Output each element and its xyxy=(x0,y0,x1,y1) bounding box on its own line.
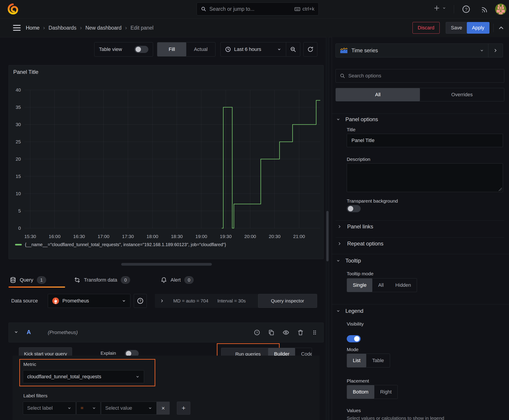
placement-right-option[interactable]: Right xyxy=(374,385,397,399)
tab-query[interactable]: Query 1 xyxy=(10,274,46,286)
panel-links-header[interactable]: Panel links xyxy=(337,224,373,230)
transparent-background-label: Transparent background xyxy=(347,198,398,204)
new-item-button[interactable] xyxy=(433,5,446,11)
tab-alert[interactable]: Alert 0 xyxy=(161,274,194,286)
metric-select[interactable]: cloudflared_tunnel_total_requests xyxy=(23,370,144,383)
tooltip-mode-label: Tooltip mode xyxy=(347,271,373,276)
svg-text:18:00: 18:00 xyxy=(146,234,159,239)
tooltip-header[interactable]: Tooltip xyxy=(336,258,361,264)
metric-value: cloudflared_tunnel_total_requests xyxy=(27,374,132,380)
search-placeholder: Search or jump to... xyxy=(209,6,291,12)
filter-all-option[interactable]: All xyxy=(336,88,420,101)
datasource-help-button[interactable]: ? xyxy=(134,294,147,308)
delete-query-icon[interactable] xyxy=(297,329,304,336)
transparent-background-toggle[interactable] xyxy=(347,205,361,212)
legend-table-option[interactable]: Table xyxy=(366,354,390,367)
tooltip-all-option[interactable]: All xyxy=(372,278,389,292)
query-ref-id[interactable]: A xyxy=(27,329,31,336)
bell-icon xyxy=(161,277,167,283)
transform-icon xyxy=(74,277,80,283)
collapse-options-button[interactable] xyxy=(488,44,503,57)
time-range-picker[interactable]: Last 6 hours xyxy=(220,46,286,52)
legend-values-hint: Select values or calculations to show in… xyxy=(347,415,444,420)
refresh-button[interactable] xyxy=(304,42,317,57)
fill-option[interactable]: Fill xyxy=(157,42,186,56)
menu-toggle-button[interactable] xyxy=(13,25,21,31)
legend-values-label: Values xyxy=(347,408,361,413)
time-series-chart[interactable]: 051015202530354015:3016:0016:3017:0017:3… xyxy=(11,78,322,248)
legend-mode-switch: List Table xyxy=(347,354,390,368)
section-divider xyxy=(332,113,509,114)
svg-text:15: 15 xyxy=(16,174,21,179)
breadcrumb-bar: Home › Dashboards › New dashboard › Edit… xyxy=(0,19,509,38)
tab-query-count: 1 xyxy=(37,276,46,284)
breadcrumb-new-dashboard[interactable]: New dashboard xyxy=(85,25,122,31)
duplicate-query-icon[interactable] xyxy=(268,329,274,336)
panel-options-header[interactable]: Panel options xyxy=(336,116,378,122)
placement-bottom-option[interactable]: Bottom xyxy=(347,385,374,399)
news-button[interactable] xyxy=(481,5,489,14)
topnav-divider xyxy=(454,5,454,14)
help-button[interactable]: ? xyxy=(462,5,471,14)
legend-list-option[interactable]: List xyxy=(347,354,366,367)
chevron-down-icon xyxy=(92,406,96,410)
chevron-right-icon xyxy=(160,299,164,303)
user-avatar[interactable] xyxy=(495,4,506,16)
save-button[interactable]: Save xyxy=(446,22,467,34)
legend-visibility-toggle[interactable] xyxy=(347,335,361,342)
chevron-right-icon xyxy=(337,224,342,229)
breadcrumb: Home › Dashboards › New dashboard › Edit… xyxy=(26,19,153,37)
tooltip-hidden-option[interactable]: Hidden xyxy=(390,278,417,292)
resize-handle-icon[interactable] xyxy=(499,188,502,191)
query-help-icon[interactable]: ? xyxy=(254,329,260,336)
chevron-down-icon xyxy=(480,48,484,53)
svg-text:17:00: 17:00 xyxy=(98,234,109,239)
tooltip-mode-switch: Single All Hidden xyxy=(347,278,417,292)
visualization-picker[interactable]: Time series xyxy=(335,44,503,57)
panel-title-value[interactable] xyxy=(351,137,499,144)
panel-title: Panel Title xyxy=(13,69,38,75)
table-view-toggle[interactable] xyxy=(134,46,148,53)
svg-text:16:30: 16:30 xyxy=(73,234,85,239)
datasource-picker[interactable]: Prometheus xyxy=(48,294,130,308)
editor-splitter-handle[interactable] xyxy=(121,263,212,266)
toggle-visibility-icon[interactable] xyxy=(282,329,289,336)
chevron-down-icon xyxy=(135,375,140,379)
drag-handle-icon[interactable] xyxy=(312,330,318,335)
tooltip-single-option[interactable]: Single xyxy=(347,278,372,292)
description-textarea[interactable] xyxy=(347,163,503,192)
breadcrumb-home[interactable]: Home xyxy=(26,25,39,31)
remove-filter-button[interactable]: × xyxy=(157,402,170,415)
search-options-input[interactable]: Search options xyxy=(335,69,504,82)
svg-text:21:00: 21:00 xyxy=(293,234,305,239)
repeat-options-header[interactable]: Repeat options xyxy=(337,240,383,247)
zoom-out-time-button[interactable] xyxy=(286,46,300,52)
grafana-logo-icon[interactable] xyxy=(7,3,19,16)
svg-text:40: 40 xyxy=(16,87,21,92)
query-inspector-button[interactable]: Query inspector xyxy=(258,294,317,308)
legend-series-label[interactable]: {__name__="cloudflared_tunnel_total_requ… xyxy=(25,242,226,247)
svg-text:19:00: 19:00 xyxy=(196,234,207,239)
apply-button[interactable]: Apply xyxy=(467,22,489,34)
chart-panel[interactable]: Panel Title 051015202530354015:3016:0016… xyxy=(8,65,324,259)
svg-text:30: 30 xyxy=(16,122,21,127)
collapse-header-button[interactable] xyxy=(498,24,504,31)
operator-dropdown[interactable]: = xyxy=(76,402,100,415)
tab-transform-data[interactable]: Transform data 0 xyxy=(74,274,130,286)
legend-header[interactable]: Legend xyxy=(336,308,363,314)
breadcrumb-dashboards[interactable]: Dashboards xyxy=(48,25,76,31)
collapse-query-button[interactable] xyxy=(14,330,19,335)
discard-button[interactable]: Discard xyxy=(412,22,440,34)
add-filter-button[interactable]: + xyxy=(177,402,190,415)
global-search-input[interactable]: Search or jump to... ctrl+k xyxy=(197,2,319,15)
select-value-dropdown[interactable]: Select value xyxy=(101,402,157,415)
select-label-dropdown[interactable]: Select label xyxy=(23,402,76,415)
panel-title-input[interactable] xyxy=(347,134,503,147)
actual-option[interactable]: Actual xyxy=(186,42,215,56)
filter-overrides-option[interactable]: Overrides xyxy=(420,88,504,101)
zoom-out-icon xyxy=(290,46,296,52)
chart-legend[interactable]: {__name__="cloudflared_tunnel_total_requ… xyxy=(15,242,226,247)
svg-text:?: ? xyxy=(139,299,141,303)
active-tab-indicator xyxy=(8,286,65,288)
main-scrollbar-thumb[interactable] xyxy=(326,211,328,261)
